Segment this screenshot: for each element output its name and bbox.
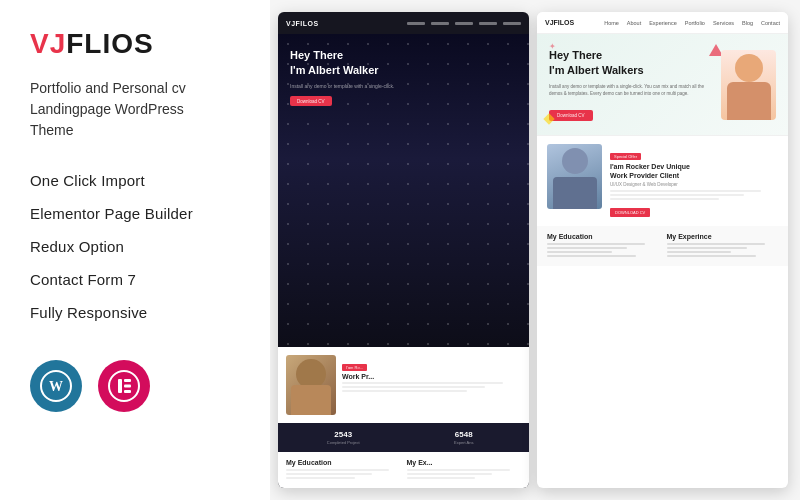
dark-about-section: I'am Ro... Work Pr... — [278, 347, 529, 423]
features-list: One Click Import Elementor Page Builder … — [30, 165, 240, 328]
feature-contact-form: Contact Form 7 — [30, 264, 240, 295]
dark-stat-2: 6548 Expert Ans — [407, 430, 522, 445]
light-edu-line-1d — [547, 255, 636, 257]
svg-rect-4 — [124, 379, 131, 382]
dark-about-body — [291, 385, 331, 415]
light-hero-sub: Install any demo or template with a sing… — [549, 83, 713, 97]
dark-about-content: I'am Ro... Work Pr... — [342, 355, 521, 392]
light-about-image — [547, 144, 602, 209]
elementor-icon — [108, 370, 140, 402]
logo: VJ FLIOS — [30, 28, 240, 60]
dark-about-line-2 — [342, 386, 485, 388]
dark-nav-link-5 — [503, 22, 521, 25]
wordpress-badge[interactable]: W — [30, 360, 82, 412]
elementor-badge[interactable] — [98, 360, 150, 412]
dark-edu-col-1: My Education — [286, 459, 401, 481]
light-edu-line-2b — [667, 247, 747, 249]
light-nav-links: Home About Experience Portfolio Services… — [604, 20, 780, 26]
dark-nav: VJFILOS — [278, 12, 529, 34]
light-about-badge: Special Offer — [610, 153, 641, 160]
dark-nav-link-1 — [407, 22, 425, 25]
light-nav: VJFILOS Home About Experience Portfolio … — [537, 12, 788, 34]
light-about-download-btn: DOWNLOAD CV — [610, 208, 650, 217]
dark-edu-line-1c — [286, 477, 355, 479]
dark-nav-logo: VJFILOS — [286, 20, 319, 27]
dark-about-badge: I'am Ro... — [342, 364, 367, 371]
dark-about-image — [286, 355, 336, 415]
light-about-content: Special Offer I'am Rocker Dev Unique Wor… — [610, 144, 778, 218]
light-about-line-1 — [610, 190, 761, 192]
logo-prefix: VJ — [30, 28, 66, 60]
dark-hero-sub: Install any demo or template with a sing… — [290, 83, 517, 91]
dark-nav-link-2 — [431, 22, 449, 25]
light-nav-link-contact: Contact — [761, 20, 780, 26]
stars-bg — [278, 34, 529, 347]
dark-about-text-lines — [342, 382, 521, 392]
feature-redux: Redux Option — [30, 231, 240, 262]
dark-nav-link-4 — [479, 22, 497, 25]
light-edu-line-1a — [547, 243, 645, 245]
dark-nav-links — [407, 22, 521, 25]
light-edu-title-2: My Experince — [667, 233, 779, 240]
feature-responsive: Fully Responsive — [30, 297, 240, 328]
light-hero-body — [727, 82, 771, 120]
dark-edu-grid: My Education My Ex... — [286, 459, 521, 481]
light-about-section: Special Offer I'am Rocker Dev Unique Wor… — [537, 135, 788, 226]
light-edu-title-1: My Education — [547, 233, 659, 240]
light-hero-image — [721, 50, 776, 120]
dark-about-name: Work Pr... — [342, 373, 521, 380]
dark-hero-btn: Download CV — [290, 96, 332, 106]
dark-stat-1-label: Completed Project — [286, 440, 401, 445]
dark-stats-section: 2543 Completed Project 6548 Expert Ans — [278, 423, 529, 452]
light-hero-content: Hey There I'm Albert Walkers Install any… — [549, 48, 713, 121]
dark-stat-1-num: 2543 — [286, 430, 401, 439]
screenshot-dark-theme: VJFILOS Hey There I'm Albert Walker Inst… — [278, 12, 529, 488]
light-edu-grid: My Education My Experince — [547, 233, 778, 259]
light-edu-line-2a — [667, 243, 765, 245]
feature-elementor: Elementor Page Builder — [30, 198, 240, 229]
light-about-role: UI/UX Designer & Web Developer — [610, 182, 778, 187]
light-hero-head — [735, 54, 763, 82]
feature-one-click-import: One Click Import — [30, 165, 240, 196]
light-edu-line-2c — [667, 251, 732, 253]
dark-stat-2-label: Expert Ans — [407, 440, 522, 445]
light-edu-col-2: My Experince — [667, 233, 779, 259]
light-nav-link-services: Services — [713, 20, 734, 26]
screenshot-light-theme: VJFILOS Home About Experience Portfolio … — [537, 12, 788, 488]
light-hero-title: Hey There I'm Albert Walkers — [549, 48, 713, 79]
light-edu-line-2d — [667, 255, 756, 257]
dark-edu-title-1: My Education — [286, 459, 401, 466]
dark-stat-1: 2543 Completed Project — [286, 430, 401, 445]
dark-edu-line-1b — [286, 473, 372, 475]
light-nav-link-blog: Blog — [742, 20, 753, 26]
light-about-line-3 — [610, 198, 719, 200]
dark-nav-link-3 — [455, 22, 473, 25]
dark-about-line-1 — [342, 382, 503, 384]
svg-rect-6 — [124, 390, 131, 393]
svg-rect-5 — [124, 385, 131, 388]
light-nav-link-experience: Experience — [649, 20, 677, 26]
light-nav-link-about: About — [627, 20, 641, 26]
dark-edu-title-2: My Ex... — [407, 459, 522, 466]
light-about-head — [562, 148, 588, 174]
dark-edu-line-2a — [407, 469, 510, 471]
dark-hero-title: Hey There I'm Albert Walker — [290, 48, 517, 79]
dark-edu-col-2: My Ex... — [407, 459, 522, 481]
light-nav-link-portfolio: Portfolio — [685, 20, 705, 26]
light-nav-logo: VJFILOS — [545, 19, 574, 26]
svg-rect-3 — [118, 379, 122, 393]
light-about-line-2 — [610, 194, 744, 196]
dark-edu-line-2c — [407, 477, 476, 479]
light-edu-line-1c — [547, 251, 612, 253]
product-tagline: Portfolio and Personal cv Landingpage Wo… — [30, 78, 240, 141]
dark-stat-2-num: 6548 — [407, 430, 522, 439]
dark-edu-line-1a — [286, 469, 389, 471]
light-edu-col-1: My Education — [547, 233, 659, 259]
wordpress-icon: W — [40, 370, 72, 402]
light-about-title: I'am Rocker Dev Unique Work Provider Cli… — [610, 162, 778, 180]
dark-hero: Hey There I'm Albert Walker Install any … — [278, 34, 529, 347]
logo-suffix: FLIOS — [66, 28, 153, 60]
dark-edu-line-2b — [407, 473, 493, 475]
dark-about-line-3 — [342, 390, 467, 392]
svg-text:W: W — [49, 379, 63, 394]
